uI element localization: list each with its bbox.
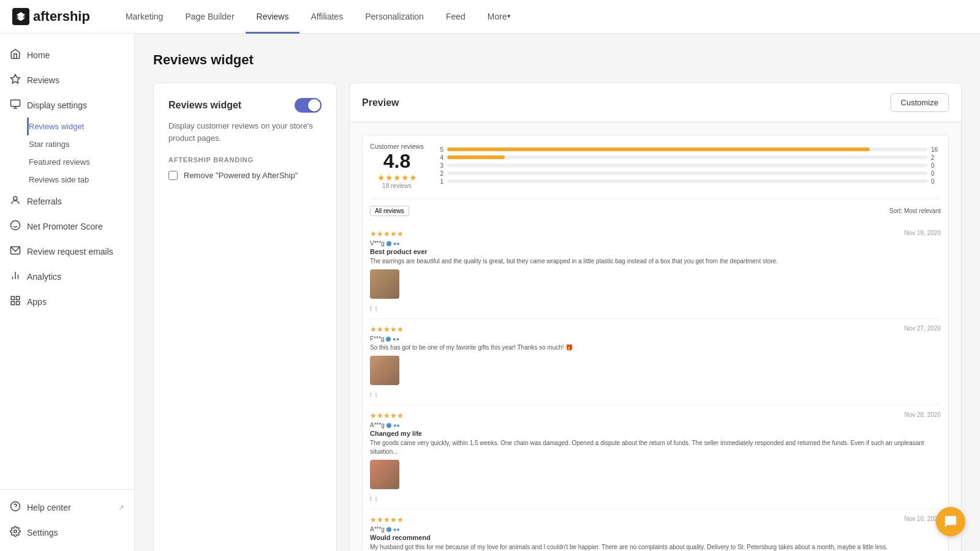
sidebar-item-settings[interactable]: Settings: [0, 520, 134, 545]
review-stars-3: ★★★★★: [370, 515, 404, 524]
facebook-icon-1: f: [370, 392, 372, 399]
remove-branding-checkbox[interactable]: [168, 171, 178, 180]
svg-rect-1: [11, 100, 20, 107]
sidebar-label-home: Home: [27, 50, 50, 60]
sidebar-label-review-request-emails: Review request emails: [27, 247, 113, 257]
bar-fill-5: [447, 148, 870, 151]
verified-icon-3: [386, 527, 391, 532]
nav-link-personalization[interactable]: Personalization: [354, 1, 435, 34]
branding-section-label: AFTERSHIP BRANDING: [168, 156, 322, 163]
net-promoter-score-icon: [10, 220, 21, 233]
svg-point-5: [11, 221, 20, 230]
sidebar-item-help-center[interactable]: Help center↗: [0, 495, 134, 520]
nav-link-page-builder[interactable]: Page Builder: [174, 1, 245, 34]
sidebar-item-home[interactable]: Home: [0, 42, 134, 67]
referrals-icon: [10, 195, 21, 208]
bar-count-1: 0: [931, 178, 941, 185]
nav-link-more[interactable]: More: [477, 1, 522, 34]
all-reviews-filter[interactable]: All reviews: [370, 206, 409, 216]
layout: HomeReviewsDisplay settingsReviews widge…: [0, 34, 980, 551]
bar-count-3: 0: [931, 162, 941, 169]
cr-bar-row-1: 1 0: [436, 178, 941, 185]
cr-bars: 5 16 4 2 3 0 2 0 1 0: [436, 146, 941, 186]
widget-card: Reviews widget Display customer reviews …: [153, 83, 337, 551]
sidebar-main: HomeReviewsDisplay settingsReviews widge…: [0, 40, 134, 317]
review-title-2: Changed my life: [370, 430, 941, 437]
sort-label: Sort: Most relevant: [889, 208, 941, 214]
sidebar-label-display-settings: Display settings: [27, 100, 87, 110]
nav-link-feed[interactable]: Feed: [435, 1, 477, 34]
cr-bar-row-2: 2 0: [436, 170, 941, 177]
review-body-3: My husband got this for me because of my…: [370, 543, 941, 551]
top-nav: aftership MarketingPage BuilderReviewsAf…: [0, 0, 980, 34]
remove-branding-checkbox-row[interactable]: Remove "Powered by AfterShip": [168, 171, 322, 180]
chat-bubble[interactable]: [936, 507, 965, 536]
nav-link-reviews[interactable]: Reviews: [246, 1, 300, 34]
bar-track-5: [447, 148, 927, 151]
sidebar-item-net-promoter-score[interactable]: Net Promoter Score: [0, 214, 134, 239]
sidebar-sub-item-reviews-side-tab[interactable]: Reviews side tab: [27, 171, 134, 189]
reviews-widget-toggle[interactable]: [295, 98, 322, 113]
twitter-icon-1: t: [375, 392, 377, 399]
review-social-1: f t: [370, 392, 941, 399]
review-author-1: F***g ●●: [370, 335, 941, 342]
review-img-0: [370, 269, 399, 299]
cr-score-box: Customer reviews 4.8 ★★★★★ 18 reviews: [370, 143, 424, 189]
logo-icon: [12, 8, 29, 25]
bar-label-1: 1: [436, 178, 443, 185]
nav-link-affiliates[interactable]: Affiliates: [300, 1, 354, 34]
twitter-icon-2: t: [375, 496, 377, 503]
reviews-icon: [10, 73, 21, 86]
review-item-3: ★★★★★ Nov 10, 2020 A***g ●● Would recomm…: [370, 509, 941, 551]
bar-track-3: [447, 163, 927, 167]
review-header-0: ★★★★★ Nov 18, 2020: [370, 230, 941, 238]
review-stars-0: ★★★★★: [370, 230, 404, 238]
sidebar-item-apps[interactable]: Apps: [0, 289, 134, 314]
content-row: Reviews widget Display customer reviews …: [153, 83, 962, 551]
svg-rect-14: [11, 302, 14, 305]
bar-label-4: 4: [436, 154, 443, 161]
bar-label-2: 2: [436, 170, 443, 177]
svg-point-18: [14, 530, 17, 533]
apps-icon: [10, 295, 21, 308]
review-date-1: Nov 27, 2020: [905, 325, 941, 332]
review-date-0: Nov 18, 2020: [905, 230, 941, 236]
cr-bar-row-3: 3 0: [436, 162, 941, 169]
bar-count-4: 2: [931, 154, 941, 161]
review-author-2: A***g ●●: [370, 422, 941, 429]
sidebar-item-review-request-emails[interactable]: Review request emails: [0, 239, 134, 264]
verified-dots-2: ●●: [393, 422, 400, 429]
verified-icon-0: [386, 241, 391, 246]
customize-button[interactable]: Customize: [891, 93, 949, 112]
sidebar-item-reviews[interactable]: Reviews: [0, 67, 134, 92]
review-social-2: f t: [370, 496, 941, 503]
sidebar-label-referrals: Referrals: [27, 197, 62, 206]
sidebar-item-referrals[interactable]: Referrals: [0, 189, 134, 214]
bar-label-3: 3: [436, 162, 443, 169]
svg-marker-0: [11, 75, 20, 83]
verified-icon-1: [386, 337, 391, 342]
remove-branding-label: Remove "Powered by AfterShip": [184, 171, 298, 180]
bar-fill-4: [447, 156, 505, 159]
verified-dots-3: ●●: [393, 527, 400, 533]
sidebar-item-analytics[interactable]: Analytics: [0, 264, 134, 289]
cr-score: 4.8: [370, 151, 424, 171]
sidebar-sub-item-reviews-widget[interactable]: Reviews widget: [27, 118, 134, 135]
logo-text: aftership: [33, 9, 90, 24]
review-body-0: The earrings are beautiful and the quali…: [370, 257, 941, 266]
nav-link-marketing[interactable]: Marketing: [115, 1, 174, 34]
cr-filter-row: All reviews Sort: Most relevant: [370, 199, 941, 216]
nav-links: MarketingPage BuilderReviewsAffiliatesPe…: [115, 0, 522, 33]
sidebar-bottom: Help center↗Settings: [0, 489, 134, 545]
home-icon: [10, 48, 21, 61]
sidebar-item-display-settings[interactable]: Display settings: [0, 92, 134, 118]
sidebar-sub-item-featured-reviews[interactable]: Featured reviews: [27, 153, 134, 171]
review-img-1: [370, 356, 399, 385]
preview-panel: Preview Customize Customer reviews 4.8 ★…: [349, 83, 962, 551]
logo: aftership: [12, 8, 90, 25]
display-settings-icon: [10, 99, 21, 111]
sidebar: HomeReviewsDisplay settingsReviews widge…: [0, 34, 135, 551]
sidebar-sub-item-star-ratings[interactable]: Star ratings: [27, 135, 134, 153]
widget-card-header: Reviews widget: [168, 98, 322, 113]
settings-icon: [10, 526, 21, 539]
